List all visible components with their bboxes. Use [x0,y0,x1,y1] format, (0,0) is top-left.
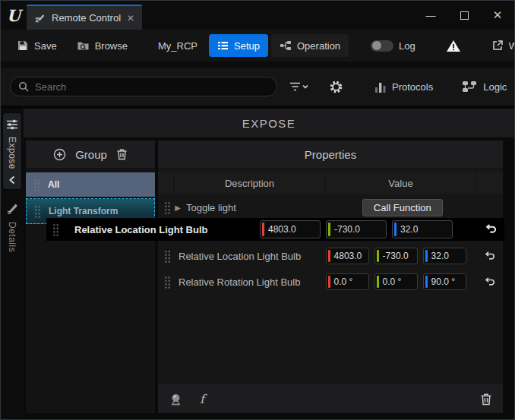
main-area: Expose Details EXPOSE [1,109,514,420]
expose-actor-icon[interactable] [169,393,183,406]
drag-handle-icon[interactable] [164,250,171,263]
titlebar: U Remote Control ✕ — ✕ [1,1,514,30]
delete-property-trash-icon[interactable] [480,393,492,406]
property-row-relative-location[interactable]: Relative Location Light Bulb 4803.0 -730… [158,244,503,268]
expose-panel: EXPOSE Group All [24,109,514,420]
search-icon [18,81,29,92]
browse-folder-icon [77,39,90,52]
group-item-all[interactable]: All [26,172,155,197]
window-controls: — ✕ [414,1,514,30]
drag-handle-icon[interactable] [164,201,171,214]
search-box[interactable] [10,77,277,96]
external-link-icon [491,39,504,52]
collapse-left-icon[interactable] [8,175,16,185]
delete-group-trash-icon[interactable] [116,148,128,160]
y-value-field[interactable]: -730.0 [326,220,387,238]
log-toggle[interactable]: Log [362,34,424,57]
group-item-label: Light Transform [49,206,118,216]
rail-tab-details[interactable]: Details [6,202,18,252]
toolbar: Save Browse My_RCP Setup Operation [1,30,514,62]
log-label: Log [399,40,415,52]
call-function-button[interactable]: Call Function [362,199,443,216]
protocols-button[interactable]: Protocols [366,81,442,93]
preset-name-button[interactable]: My_RCP [150,34,206,57]
properties-header: Properties [158,141,503,168]
property-row-toggle-light[interactable]: ▶ Toggle light Call Function [158,195,503,219]
reset-to-default-button[interactable] [476,277,503,287]
save-icon [17,39,29,52]
x-value-field[interactable]: 4803.0 [326,248,369,264]
z-value-field[interactable]: 32.0 [423,248,466,264]
drag-handle-icon[interactable] [33,178,40,191]
close-button[interactable]: ✕ [481,1,514,30]
protocols-bars-icon [375,81,386,93]
group-header: Group [26,141,155,168]
z-axis-color-bar [425,276,428,288]
log-toggle-switch-icon [371,40,393,52]
z-axis-color-bar [394,223,397,236]
y-axis-color-bar [377,250,379,262]
setup-label: Setup [234,40,260,52]
save-button[interactable]: Save [8,34,65,57]
reset-to-default-button[interactable] [476,251,503,261]
value-cell: Call Function [330,199,476,216]
warning-triangle-icon [446,39,461,52]
warnings-button[interactable] [438,34,469,57]
maximize-button[interactable] [447,1,481,30]
property-description: Relative Rotation Light Bulb [171,276,326,288]
minimize-button[interactable]: — [414,1,447,30]
roll-value-field[interactable]: 0.0 ° [326,273,369,290]
properties-column: Properties Description Value ▶ Toggle li… [158,141,503,413]
details-pencil-icon [6,202,18,214]
browse-button[interactable]: Browse [68,34,136,57]
drag-handle-icon[interactable] [52,223,59,236]
divider [1,62,514,68]
filter-button[interactable] [285,75,314,98]
panel-body: Group All Light Transform [24,139,514,420]
operation-graph-icon [280,40,292,51]
tab-title: Remote Control [52,12,121,24]
x-value-field[interactable]: 4803.0 [260,220,321,238]
tab-remote-control[interactable]: Remote Control ✕ [27,5,142,30]
unreal-engine-logo-icon: U [1,1,27,30]
y-axis-color-bar [377,276,379,288]
filter-row: Protocols Logic [1,68,514,106]
rail-tab-expose[interactable]: Expose [2,112,22,190]
value-cell: 4803.0 -730.0 32.0 [260,220,477,238]
y-axis-color-bar [328,223,330,236]
expand-arrow-icon[interactable]: ▶ [171,204,185,212]
pitch-value-field[interactable]: 0.0 ° [374,273,418,290]
setup-list-icon [217,40,229,51]
drag-handle-icon[interactable] [34,205,41,218]
logic-button[interactable]: Logic [453,81,515,93]
yaw-value-field[interactable]: 90.0 ° [423,273,466,290]
column-spacer [158,172,173,194]
dragged-property-row[interactable]: Relative Location Light Bulb 4803.0 -730… [46,218,504,241]
tab-close-icon[interactable]: ✕ [127,13,134,24]
y-value-field[interactable]: -730.0 [374,248,418,264]
protocols-label: Protocols [392,81,433,93]
drag-handle-icon[interactable] [164,276,171,289]
column-description[interactable]: Description [175,172,324,194]
property-description: Relative Location Light Bulb [171,251,326,262]
expose-function-icon[interactable]: f [200,392,204,406]
x-axis-color-bar [328,276,330,288]
side-rail: Expose Details [1,109,24,420]
add-group-icon[interactable] [53,148,66,161]
properties-footer: f [158,384,503,413]
property-row-relative-rotation[interactable]: Relative Rotation Light Bulb 0.0 ° 0.0 °… [158,268,503,295]
preset-name-label: My_RCP [158,40,197,52]
reset-to-default-button[interactable] [477,224,504,235]
x-axis-color-bar [328,250,330,262]
dragged-property-description: Relative Location Light Bulb [59,224,260,235]
value-cell: 4803.0 -730.0 32.0 [326,248,476,264]
search-input[interactable] [35,81,269,93]
setup-tab-button[interactable]: Setup [209,34,268,57]
column-value[interactable]: Value [326,172,476,194]
z-value-field[interactable]: 32.0 [392,220,453,238]
settings-gear-icon[interactable] [324,75,348,98]
browse-label: Browse [95,40,128,52]
operation-tab-button[interactable]: Operation [271,34,349,57]
value-cell: 0.0 ° 0.0 ° 90.0 ° [326,273,476,290]
web-button[interactable]: Web [483,34,515,57]
